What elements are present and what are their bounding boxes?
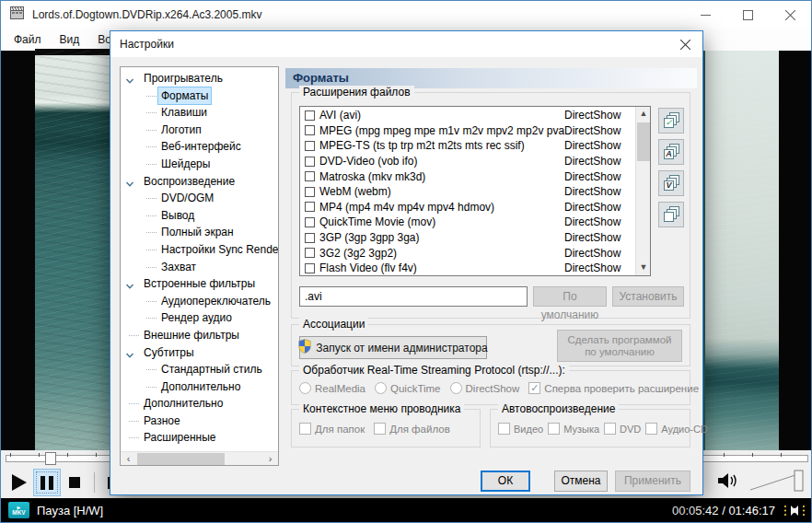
default-extension-button[interactable]: По умолчанию: [533, 286, 607, 307]
volume-slider[interactable]: [748, 468, 806, 497]
tree-item-label[interactable]: Настройки Sync Render: [158, 241, 279, 259]
set-extension-button[interactable]: Установить: [612, 286, 684, 307]
format-row[interactable]: MPEG (mpg mpeg mpe m1v m2v mpv2 mp2v pva…: [302, 123, 634, 139]
format-row[interactable]: AVI (avi) DirectShow: [302, 108, 634, 123]
tree-item[interactable]: Проигрыватель: [121, 70, 278, 87]
radio-icon[interactable]: [299, 382, 311, 394]
tree-item[interactable]: DVD/OGM: [121, 190, 278, 207]
tree-item-label[interactable]: Дополнительно: [141, 395, 226, 413]
tree-item[interactable]: Рендер аудио: [121, 309, 278, 327]
format-row[interactable]: Flash Video (flv f4v) DirectShow: [302, 261, 634, 274]
run-as-admin-button[interactable]: Запуск от имени администратора: [299, 336, 487, 359]
format-checkbox[interactable]: [305, 157, 315, 167]
tree-item[interactable]: Дополнительно: [121, 395, 278, 413]
context-menu-option[interactable]: Для папок: [299, 423, 365, 435]
autoplay-option[interactable]: Видео: [498, 423, 543, 435]
autoplay-option[interactable]: Аудио-CD: [645, 423, 708, 435]
tree-item-label[interactable]: Расширенные: [141, 429, 219, 447]
tree-item[interactable]: Встроенные фильтры: [121, 275, 278, 293]
format-checkbox[interactable]: [305, 187, 315, 197]
format-preset-button[interactable]: A: [658, 139, 684, 165]
format-checkbox[interactable]: [305, 233, 315, 243]
tree-item-label[interactable]: Дополнительно: [158, 378, 243, 396]
check-extension-first-option[interactable]: Сперва проверить расширение: [528, 382, 699, 394]
tree-item-label[interactable]: Веб-интерфейс: [158, 138, 244, 156]
format-row[interactable]: 3G2 (3g2 3gp2) DirectShow: [302, 245, 634, 261]
minimize-button[interactable]: [684, 1, 726, 29]
volume-icon[interactable]: [717, 471, 741, 494]
scroll-right-icon[interactable]: ›: [263, 452, 277, 466]
scroll-left-icon[interactable]: ‹: [122, 452, 135, 466]
cancel-button[interactable]: Отмена: [554, 471, 608, 492]
checkbox-icon[interactable]: [498, 423, 510, 435]
checkbox-icon[interactable]: [299, 423, 311, 435]
tree-item-label[interactable]: Воспроизведение: [141, 173, 238, 191]
tree-item-label[interactable]: Субтитры: [141, 344, 197, 362]
tree-item-label[interactable]: Встроенные фильтры: [141, 275, 258, 293]
format-preset-button[interactable]: V: [658, 170, 684, 196]
pause-button[interactable]: [33, 469, 61, 496]
checkbox-icon[interactable]: [374, 423, 386, 435]
format-row[interactable]: QuickTime Movie (mov) DirectShow: [302, 215, 634, 230]
extension-input[interactable]: [299, 286, 528, 307]
tree-item[interactable]: Захват: [121, 259, 278, 276]
format-row[interactable]: DVD-Video (vob ifo) DirectShow: [302, 154, 634, 169]
rtsp-radio-option[interactable]: DirectShow: [450, 382, 520, 394]
maximize-button[interactable]: [726, 1, 769, 29]
tree-item-label[interactable]: Аудиопереключатель: [158, 293, 273, 310]
dialog-close-button[interactable]: [667, 31, 702, 57]
tree-item-label[interactable]: Шейдеры: [158, 156, 213, 173]
scroll-down-icon[interactable]: ▼: [636, 261, 651, 275]
tree-item[interactable]: Шейдеры: [121, 156, 278, 173]
format-preset-button[interactable]: [658, 202, 684, 227]
checkbox-icon[interactable]: [548, 423, 560, 435]
format-checkbox[interactable]: [305, 171, 315, 181]
tree-item[interactable]: Клавиши: [121, 104, 278, 122]
tree-item-label[interactable]: Стандартный стиль: [158, 361, 265, 378]
seek-thumb[interactable]: [45, 452, 56, 465]
format-checkbox[interactable]: [305, 202, 315, 212]
tree-item-label[interactable]: Разное: [141, 413, 183, 430]
formats-scrollbar[interactable]: ▲ ▼: [635, 107, 650, 275]
tree-item-label[interactable]: Вывод: [158, 207, 197, 225]
tree-item-label[interactable]: Форматы: [158, 87, 211, 105]
tree-item[interactable]: Внешние фильтры: [121, 327, 278, 344]
checkbox-icon[interactable]: [528, 382, 540, 394]
tree-item[interactable]: Вывод: [121, 207, 278, 225]
tree-item-label[interactable]: Рендер аудио: [158, 309, 235, 327]
tree-item-label[interactable]: Логотип: [158, 122, 204, 139]
tree-item[interactable]: Разное: [121, 413, 278, 430]
format-row[interactable]: WebM (webm) DirectShow: [302, 184, 634, 200]
format-row[interactable]: MP4 (mp4 m4v mp4v mpv4 hdmov) DirectShow: [302, 200, 634, 215]
tree-item[interactable]: Настройки Sync Render: [121, 241, 278, 259]
format-checkbox[interactable]: [305, 110, 315, 121]
autoplay-option[interactable]: DVD: [604, 423, 641, 435]
rtsp-radio-option[interactable]: RealMedia: [299, 382, 365, 394]
rtsp-radio-option[interactable]: QuickTime: [375, 382, 441, 394]
format-row[interactable]: 3GP (3gp 3gpp 3ga) DirectShow: [302, 230, 634, 246]
context-menu-option[interactable]: Для файлов: [374, 423, 450, 435]
format-checkbox[interactable]: [305, 263, 315, 273]
format-checkbox[interactable]: [305, 125, 315, 135]
format-preset-button[interactable]: ✓: [658, 108, 684, 134]
tree-item[interactable]: Логотип: [121, 122, 278, 139]
tree-item[interactable]: Стандартный стиль: [121, 361, 278, 378]
tree-item-label[interactable]: Внешние фильтры: [141, 327, 242, 344]
tree-item[interactable]: Субтитры: [121, 344, 278, 362]
scrollbar-thumb[interactable]: [137, 453, 225, 465]
radio-icon[interactable]: [450, 382, 462, 394]
play-button[interactable]: [6, 469, 33, 496]
autoplay-option[interactable]: Музыка: [548, 423, 599, 435]
make-default-program-button[interactable]: Сделать программой по умолчанию: [557, 330, 682, 362]
formats-list[interactable]: AVI (avi) DirectShow MPEG (mpg mpeg mpe …: [299, 106, 651, 276]
close-button[interactable]: [769, 1, 811, 29]
format-row[interactable]: Matroska (mkv mk3d) DirectShow: [302, 169, 634, 184]
menu-item[interactable]: Файл: [5, 29, 51, 51]
scrollbar-thumb[interactable]: [637, 122, 650, 161]
tree-item[interactable]: Веб-интерфейс: [121, 138, 278, 156]
format-checkbox[interactable]: [305, 141, 315, 151]
stop-button[interactable]: [61, 469, 88, 496]
format-checkbox[interactable]: [305, 248, 315, 258]
tree-item[interactable]: Воспроизведение: [121, 173, 278, 191]
checkbox-icon[interactable]: [604, 423, 616, 435]
